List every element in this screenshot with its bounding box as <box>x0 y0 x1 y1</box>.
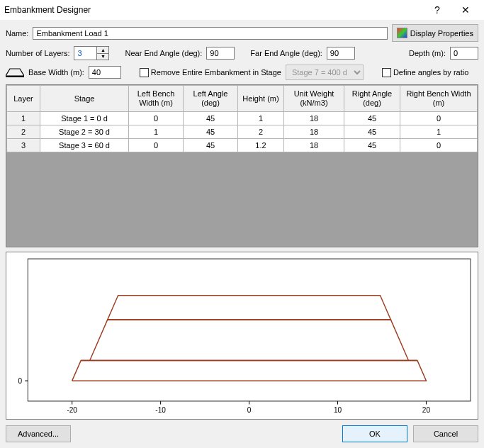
chevron-down-icon[interactable]: ▼ <box>97 54 108 60</box>
base-width-input[interactable] <box>89 66 121 79</box>
cell-ra[interactable]: 45 <box>344 112 400 125</box>
num-layers-label: Number of Layers: <box>6 49 69 57</box>
bottom-bar: Advanced... OK Cancel <box>6 425 478 442</box>
cancel-button[interactable]: Cancel <box>413 425 478 442</box>
embankment-designer-dialog: Embankment Designer ? ✕ Name: Display Pr… <box>0 0 484 448</box>
preview-chart: -20-10010200 <box>6 252 478 420</box>
name-input[interactable] <box>33 27 387 40</box>
table-row[interactable]: 3Stage 3 = 60 d0451.218450 <box>7 139 478 152</box>
cell-rbw[interactable]: 1 <box>400 125 478 139</box>
svg-text:10: 10 <box>334 405 342 414</box>
far-angle-label: Far End Angle (deg): <box>250 49 322 57</box>
far-angle-input[interactable] <box>327 47 355 60</box>
num-layers-input[interactable] <box>74 46 96 60</box>
svg-text:20: 20 <box>422 405 430 414</box>
stepper-buttons[interactable]: ▲ ▼ <box>96 46 109 60</box>
num-layers-stepper[interactable]: ▲ ▼ <box>74 46 109 60</box>
base-row: Base Width (m): Remove Entire Embankment… <box>6 65 478 80</box>
display-properties-label: Display Properties <box>410 29 473 38</box>
svg-text:-10: -10 <box>155 405 166 414</box>
checkbox-icon <box>140 68 149 77</box>
near-angle-label: Near End Angle (deg): <box>125 49 202 57</box>
svg-text:0: 0 <box>247 405 252 414</box>
display-properties-button[interactable]: Display Properties <box>392 24 478 42</box>
cell-rbw[interactable]: 0 <box>400 139 478 152</box>
col-rbw: Right Bench Width (m) <box>400 86 478 112</box>
cell-uw[interactable]: 18 <box>284 125 344 139</box>
layer-row: Number of Layers: ▲ ▼ Near End Angle (de… <box>6 46 478 60</box>
close-button[interactable]: ✕ <box>451 0 480 20</box>
advanced-button[interactable]: Advanced... <box>6 425 71 442</box>
svg-rect-2 <box>28 259 471 401</box>
cell-h[interactable]: 1 <box>238 112 284 125</box>
cell-stage[interactable]: Stage 3 = 60 d <box>40 139 129 152</box>
svg-marker-0 <box>6 69 24 76</box>
cell-layer: 3 <box>7 139 40 152</box>
layers-table-container: Layer Stage Left Bench Width (m) Left An… <box>6 84 478 247</box>
depth-label: Depth (m): <box>409 49 446 57</box>
base-width-label: Base Width (m): <box>28 68 84 77</box>
cell-ra[interactable]: 45 <box>344 125 400 139</box>
titlebar: Embankment Designer ? ✕ <box>0 0 484 20</box>
cell-rbw[interactable]: 0 <box>400 112 478 125</box>
cell-uw[interactable]: 18 <box>284 139 344 152</box>
remove-stage-select: Stage 7 = 400 d <box>286 65 364 80</box>
dialog-body: Name: Display Properties Number of Layer… <box>0 20 484 448</box>
cell-la[interactable]: 45 <box>184 139 238 152</box>
col-ra: Right Angle (deg) <box>344 86 400 112</box>
svg-text:0: 0 <box>18 376 23 385</box>
name-row: Name: Display Properties <box>6 24 478 42</box>
cell-ra[interactable]: 45 <box>344 139 400 152</box>
cell-lbw[interactable]: 1 <box>129 125 184 139</box>
depth-input[interactable] <box>450 47 478 60</box>
close-icon: ✕ <box>461 4 470 16</box>
cell-la[interactable]: 45 <box>184 125 238 139</box>
remove-stage-checkbox[interactable]: Remove Entire Embankment in Stage <box>140 68 281 77</box>
table-header-row: Layer Stage Left Bench Width (m) Left An… <box>7 86 478 112</box>
svg-text:-20: -20 <box>67 405 77 414</box>
ratio-checkbox[interactable]: Define angles by ratio <box>382 68 468 77</box>
cell-layer: 1 <box>7 112 40 125</box>
cell-uw[interactable]: 18 <box>284 112 344 125</box>
table-row[interactable]: 2Stage 2 = 30 d145218451 <box>7 125 478 139</box>
cell-stage[interactable]: Stage 1 = 0 d <box>40 112 129 125</box>
layers-table[interactable]: Layer Stage Left Bench Width (m) Left An… <box>6 85 478 152</box>
col-stage: Stage <box>40 86 129 112</box>
trapezoid-icon <box>6 67 24 77</box>
ok-button[interactable]: OK <box>342 425 407 442</box>
col-lbw: Left Bench Width (m) <box>129 86 184 112</box>
col-uw: Unit Weight (kN/m3) <box>284 86 344 112</box>
chevron-up-icon[interactable]: ▲ <box>97 47 108 54</box>
col-layer: Layer <box>7 86 40 112</box>
window-title: Embankment Designer <box>4 5 91 15</box>
cell-stage[interactable]: Stage 2 = 30 d <box>40 125 129 139</box>
help-button[interactable]: ? <box>423 0 451 20</box>
near-angle-input[interactable] <box>206 47 235 60</box>
cell-layer: 2 <box>7 125 40 139</box>
cell-la[interactable]: 45 <box>184 112 238 125</box>
checkbox-icon <box>382 68 391 77</box>
name-label: Name: <box>6 29 28 38</box>
cell-lbw[interactable]: 0 <box>129 112 184 125</box>
col-la: Left Angle (deg) <box>184 86 238 112</box>
table-row[interactable]: 1Stage 1 = 0 d045118450 <box>7 112 478 125</box>
cell-h[interactable]: 1.2 <box>238 139 284 152</box>
remove-stage-label: Remove Entire Embankment in Stage <box>151 68 281 77</box>
cell-h[interactable]: 2 <box>238 125 284 139</box>
cell-lbw[interactable]: 0 <box>129 139 184 152</box>
palette-icon <box>397 28 407 38</box>
col-h: Height (m) <box>238 86 284 112</box>
ratio-label: Define angles by ratio <box>393 68 468 77</box>
